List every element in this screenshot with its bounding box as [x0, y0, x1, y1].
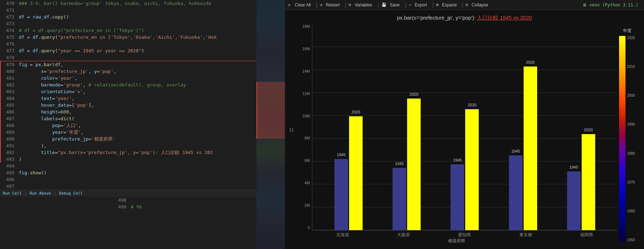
table-row: 470 ### 3-5: bar() barmode='group' tokyo… — [0, 0, 256, 7]
line-number: 490 — [0, 136, 17, 142]
y-tick: 6M — [305, 158, 310, 163]
env-text: venv (Python 3.11.) — [590, 2, 638, 7]
chart-plot-area: 18M 16M 14M 12M 10M 8M 6M 4M 2M 0 — [296, 24, 617, 231]
table-row: 491 ), — [0, 142, 256, 149]
table-row: 478 — [0, 54, 256, 61]
separator: | — [404, 1, 407, 8]
line-code: df = df.query("year == 1945 or year == 2… — [17, 47, 256, 54]
x-tick-fukuoka: 福岡県 — [580, 232, 593, 238]
line-number: 482 — [0, 81, 17, 88]
chart-body: 口 18M 16M 14M 12M 10M 8M 6M 4M 2M 0 — [285, 23, 644, 249]
line-code: hover_data=['pop'], — [17, 102, 256, 108]
save-button[interactable]: Save — [387, 2, 402, 8]
bars-area: 1945 2020 1945 2020 — [312, 24, 617, 231]
color-scale-ticks: 2020 2010 2000 1990 1980 1970 1960 1950 — [625, 36, 635, 242]
line-code: df = raw_df.copy() — [17, 14, 256, 20]
code-area: 470 ### 3-5: bar() barmode='group' tokyo… — [0, 0, 256, 249]
line-number: 483 — [0, 88, 17, 95]
bar-label: 1945 — [395, 161, 404, 166]
table-row: 476 — [0, 41, 256, 47]
line-number: 481 — [0, 75, 17, 81]
separator: | — [461, 1, 464, 8]
clear-all-button[interactable]: Clear All — [292, 2, 314, 8]
bar-group-tokyo: 1945 2020 — [509, 67, 537, 230]
y-tick: 12M — [302, 91, 310, 96]
y-tick: 0 — [308, 226, 310, 230]
bar-osaka-2020: 2020 — [407, 99, 421, 230]
x-tick-hokkaido: 北海道 — [336, 232, 349, 238]
collapse-button[interactable]: Collapse — [469, 2, 491, 8]
variables-button[interactable]: Variables — [352, 2, 375, 8]
table-row: 493 ) — [0, 156, 256, 163]
expand-icon: ⊞ — [436, 2, 438, 7]
line-code: # df = df.query("prefecture_en in ['Toky… — [17, 27, 256, 34]
legend-row: 2020 2010 2000 1990 1980 1970 1960 1950 — [619, 36, 635, 242]
line-code: color='year', — [17, 75, 256, 81]
table-row: 483 orientation='v', — [0, 88, 256, 95]
line-number: 471 — [0, 7, 17, 14]
restart-button[interactable]: Restart — [323, 2, 343, 8]
y-tick: 14M — [302, 69, 310, 73]
line-code: orientation='v', — [17, 88, 256, 95]
export-button[interactable]: Export — [412, 2, 430, 8]
line-number: 493 — [0, 156, 17, 163]
line-code: title="px.bar(x='prefecture_jp', y='pop'… — [17, 149, 256, 156]
line-number: 497 — [0, 183, 17, 190]
restart-icon: ↺ — [320, 2, 322, 7]
minimap-highlight — [256, 82, 285, 139]
separator: | — [376, 1, 380, 8]
legend-tick: 1970 — [627, 180, 635, 184]
bar-group-hokkaido: 1945 2020 — [334, 116, 363, 230]
legend-tick: 2000 — [627, 94, 635, 97]
color-scale-bar — [619, 36, 625, 242]
table-row: 496 — [0, 176, 256, 183]
line-number: 480 — [0, 68, 17, 75]
bar-label: 1945 — [337, 153, 346, 157]
line-number: 495 — [0, 169, 17, 176]
line-number: 498 — [0, 197, 129, 203]
y-tick: 2M — [305, 203, 310, 207]
y-axis: 18M 16M 14M 12M 10M 8M 6M 4M 2M 0 — [296, 24, 312, 231]
table-row: 474 # df = df.query("prefecture_en in ['… — [0, 27, 256, 34]
line-code: df = df.query("prefecture_en in ['Tokyo'… — [17, 34, 256, 41]
run-above-link[interactable]: Run Above — [30, 191, 51, 196]
code-editor: 470 ### 3-5: bar() barmode='group' tokyo… — [0, 0, 256, 249]
table-row: 492 title="px.bar(x='prefecture_jp', y='… — [0, 149, 256, 156]
expand-button[interactable]: Expand — [439, 2, 459, 8]
line-number: 491 — [0, 142, 17, 149]
table-row: 486 height=600, — [0, 108, 256, 115]
run-cell-link[interactable]: Run Cell — [3, 191, 22, 196]
line-code: height=600, — [17, 108, 256, 115]
table-row: 488 pop='人口', — [0, 122, 256, 129]
save-icon: 💾 — [381, 2, 386, 7]
line-code: fig.show() — [17, 169, 256, 176]
line-code: year='年度', — [17, 129, 256, 136]
chart-title-highlight: 人口比較 1945 vs 2020 — [477, 15, 532, 21]
table-row: 498 — [0, 197, 256, 203]
chart-panel: ✕ Clear All | ↺ Restart | ⊟ Variables | … — [285, 0, 644, 249]
table-row: 495 fig.show() — [0, 169, 256, 176]
line-code: ) — [17, 156, 256, 163]
table-row: 481 color='year', — [0, 75, 256, 81]
line-number: 486 — [0, 108, 17, 115]
line-code — [17, 54, 256, 61]
bar-tokyo-1945: 1945 — [509, 155, 523, 230]
debug-cell-link[interactable]: Debug Cell — [59, 191, 83, 196]
color-legend: 年度 2020 2010 2000 1990 1980 1970 1960 19… — [617, 24, 637, 245]
y-tick: 8M — [305, 136, 310, 140]
line-number: 489 — [0, 129, 17, 136]
line-code: # %% — [129, 203, 256, 210]
line-code: ), — [17, 142, 256, 149]
line-code: fig = px.bar(df, — [17, 61, 256, 68]
chart-title-prefix: px.bar(x='prefecture_jp', y='pop'): — [397, 15, 477, 21]
bar-group-aichi: 1945 2020 — [451, 109, 479, 230]
bar-label: 2020 — [526, 60, 534, 64]
toolbar: ✕ Clear All | ↺ Restart | ⊟ Variables | … — [285, 0, 644, 10]
line-number: 496 — [0, 176, 17, 183]
line-number: 485 — [0, 102, 17, 108]
bar-groups: 1945 2020 1945 2020 — [312, 24, 617, 230]
line-code: ### 3-5: bar() barmode='group' tokyo, os… — [17, 0, 256, 7]
line-code: pop='人口', — [17, 122, 256, 129]
collapse-icon: ⊟ — [466, 2, 468, 7]
line-code: labels=dict( — [17, 115, 256, 122]
